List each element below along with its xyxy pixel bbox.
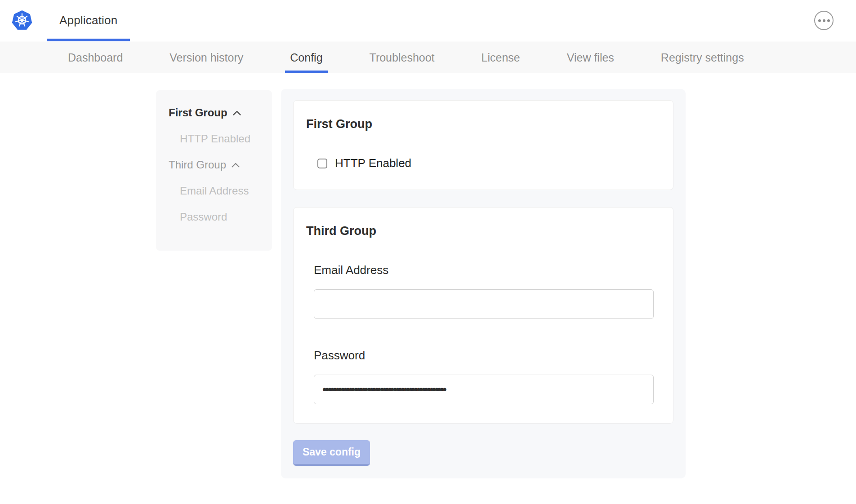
- overflow-menu-button[interactable]: [814, 11, 834, 30]
- sidebar-group-label: First Group: [169, 106, 227, 119]
- config-sidebar: First Group HTTP Enabled Third Group Ema…: [156, 90, 272, 251]
- sidebar-item-password[interactable]: Password: [156, 204, 272, 230]
- tab-config[interactable]: Config: [285, 42, 327, 73]
- password-input[interactable]: [314, 375, 654, 404]
- tab-application[interactable]: Application: [47, 0, 130, 41]
- sidebar-group-third-group[interactable]: Third Group: [156, 152, 272, 178]
- tab-troubleshoot[interactable]: Troubleshoot: [365, 42, 440, 73]
- http-enabled-field: HTTP Enabled: [317, 156, 673, 170]
- password-label: Password: [314, 349, 653, 362]
- email-address-field: Email Address: [314, 263, 653, 319]
- sidebar-item-email-address[interactable]: Email Address: [156, 178, 272, 204]
- http-enabled-checkbox[interactable]: [317, 159, 327, 168]
- app-tab-label: Application: [59, 13, 117, 27]
- group-title: First Group: [306, 117, 673, 131]
- config-panel: First Group HTTP Enabled Third Group Ema…: [281, 89, 686, 478]
- tab-dashboard[interactable]: Dashboard: [63, 42, 128, 73]
- sidebar-item-http-enabled[interactable]: HTTP Enabled: [156, 126, 272, 152]
- password-field: Password: [314, 349, 653, 404]
- tab-view-files[interactable]: View files: [562, 42, 619, 73]
- save-config-button[interactable]: Save config: [293, 440, 370, 466]
- sidebar-group-first-group[interactable]: First Group: [156, 100, 272, 126]
- email-address-input[interactable]: [314, 289, 654, 319]
- tab-registry-settings[interactable]: Registry settings: [656, 42, 749, 73]
- chevron-up-icon: [233, 111, 241, 115]
- tab-license[interactable]: License: [477, 42, 525, 73]
- tab-version-history[interactable]: Version history: [165, 42, 248, 73]
- chevron-up-icon: [232, 163, 240, 168]
- sidebar-group-label: Third Group: [169, 159, 226, 171]
- ellipsis-icon: [818, 19, 830, 22]
- app-subnav: Dashboard Version history Config Trouble…: [0, 42, 856, 73]
- group-title: Third Group: [306, 224, 673, 238]
- kubernetes-logo-icon: [12, 10, 32, 31]
- email-address-label: Email Address: [314, 263, 653, 277]
- http-enabled-label[interactable]: HTTP Enabled: [335, 156, 411, 170]
- kubernetes-logo: [12, 10, 32, 31]
- top-bar: Application: [0, 0, 856, 41]
- config-group-card-third-group: Third Group Email Address Password: [293, 207, 673, 424]
- config-group-card-first-group: First Group HTTP Enabled: [293, 100, 673, 190]
